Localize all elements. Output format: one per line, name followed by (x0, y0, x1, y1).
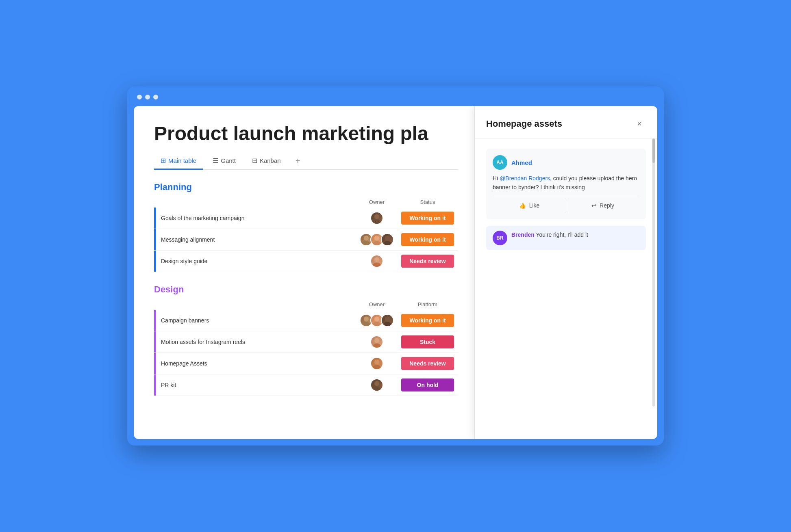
col-owner-header: Owner (356, 199, 397, 205)
row-status: Working on it (397, 314, 458, 327)
row-name: Goals of the marketing campaign (161, 215, 356, 221)
svg-point-11 (362, 322, 370, 327)
svg-point-14 (385, 316, 390, 321)
row-owner (356, 378, 397, 391)
kanban-icon: ⊟ (252, 157, 257, 164)
avatar-group (360, 314, 394, 327)
table-row[interactable]: Homepage Assets Needs review (154, 353, 458, 374)
svg-point-0 (374, 214, 379, 219)
scroll-thumb[interactable] (652, 138, 655, 163)
table-row[interactable]: Goals of the marketing campaign Working … (154, 208, 458, 229)
svg-point-9 (373, 263, 380, 267)
row-name: PR kit (161, 382, 356, 388)
browser-window: Product launch marketing pla ⊞ Main tabl… (127, 87, 664, 445)
reply-label: Reply (600, 202, 614, 209)
like-icon: 👍 (519, 202, 526, 209)
table-row[interactable]: Design style guide Needs review (154, 251, 458, 272)
section-planning: Planning Owner Status Goals of the marke… (154, 182, 458, 272)
row-owner (356, 314, 397, 327)
row-indicator (154, 208, 156, 229)
svg-point-18 (374, 359, 379, 364)
row-name: Motion assets for Instagram reels (161, 339, 356, 345)
table-row[interactable]: PR kit On hold (154, 374, 458, 396)
status-badge: Needs review (401, 255, 454, 268)
tab-bar: ⊞ Main table ☰ Gantt ⊟ Kanban + (154, 153, 458, 170)
status-badge: Stuck (401, 335, 454, 348)
svg-point-1 (373, 220, 380, 224)
svg-point-21 (373, 387, 380, 391)
avatar-group (370, 255, 383, 268)
svg-point-19 (373, 365, 380, 370)
row-name: Campaign banners (161, 317, 356, 324)
reply-comment: BR Brenden You're right, I'll add it (486, 226, 646, 250)
row-owner (356, 212, 397, 225)
reply-button[interactable]: ↩ Reply (566, 198, 639, 213)
svg-point-2 (364, 236, 369, 240)
grid-icon: ⊞ (161, 157, 166, 164)
row-indicator (154, 331, 156, 353)
row-status: Needs review (397, 255, 458, 268)
avatar-group (370, 357, 383, 370)
reply-icon: ↩ (591, 202, 596, 209)
svg-point-12 (374, 316, 379, 321)
panel-title: Homepage assets (486, 119, 562, 129)
row-owner (356, 255, 397, 268)
svg-point-17 (373, 344, 380, 348)
tab-main-table-label: Main table (168, 157, 196, 164)
avatar-group (360, 233, 394, 246)
tab-gantt-label: Gantt (221, 157, 236, 164)
browser-dots (134, 93, 657, 101)
svg-point-10 (364, 316, 369, 321)
col-platform-header: Platform (397, 301, 458, 307)
section-title-design: Design (154, 284, 458, 295)
avatar-initials: AA (496, 160, 503, 165)
svg-point-8 (374, 257, 379, 262)
row-status: Working on it (397, 233, 458, 246)
table-row[interactable]: Campaign banners (154, 310, 458, 331)
avatar-group (370, 212, 383, 225)
panel-header: Homepage assets × (475, 106, 657, 139)
status-badge: Working on it (401, 212, 454, 225)
like-button[interactable]: 👍 Like (493, 198, 566, 213)
tab-gantt[interactable]: ☰ Gantt (206, 153, 242, 170)
tab-main-table[interactable]: ⊞ Main table (154, 153, 203, 170)
svg-point-3 (362, 241, 370, 246)
row-indicator (154, 251, 156, 272)
avatar: BR (493, 231, 507, 245)
comment-area: AA Ahmed Hi @Brendan Rodgers, could you … (475, 139, 657, 439)
svg-point-15 (383, 322, 391, 327)
svg-point-13 (373, 322, 380, 327)
comment-mention[interactable]: @Brendan Rodgers (500, 175, 550, 182)
row-name: Design style guide (161, 258, 356, 264)
svg-point-6 (385, 236, 390, 240)
add-tab-button[interactable]: + (291, 153, 305, 169)
row-indicator (154, 310, 156, 331)
col-owner-header: Owner (356, 301, 397, 307)
avatar (381, 233, 394, 246)
section-title-planning: Planning (154, 182, 458, 192)
comment-author-name: Ahmed (511, 159, 532, 166)
avatar (381, 314, 394, 327)
section-design: Design Owner Platform Campaign banners (154, 284, 458, 396)
design-header: Owner Platform (154, 300, 458, 309)
reply-author-name: Brenden (511, 231, 535, 238)
table-row[interactable]: Messaging alignment (154, 229, 458, 251)
row-status: Working on it (397, 212, 458, 225)
status-badge: Working on it (401, 233, 454, 246)
svg-point-7 (383, 241, 391, 246)
planning-header: Owner Status (154, 197, 458, 207)
close-button[interactable]: × (633, 117, 646, 130)
row-owner (356, 357, 397, 370)
svg-point-20 (374, 381, 379, 386)
comment-panel: Homepage assets × AA Ahmed Hi @Brendan R… (474, 106, 657, 439)
row-status: Needs review (397, 357, 458, 370)
comment-author-row: AA Ahmed (493, 155, 639, 170)
table-row[interactable]: Motion assets for Instagram reels Stuck (154, 331, 458, 353)
comment-body: Hi @Brendan Rodgers, could you please up… (493, 174, 639, 192)
browser-content: Product launch marketing pla ⊞ Main tabl… (134, 106, 657, 439)
status-badge: Working on it (401, 314, 454, 327)
dot-2 (145, 95, 150, 99)
avatar (370, 255, 383, 268)
tab-kanban[interactable]: ⊟ Kanban (246, 153, 287, 170)
main-panel: Product launch marketing pla ⊞ Main tabl… (134, 106, 474, 439)
